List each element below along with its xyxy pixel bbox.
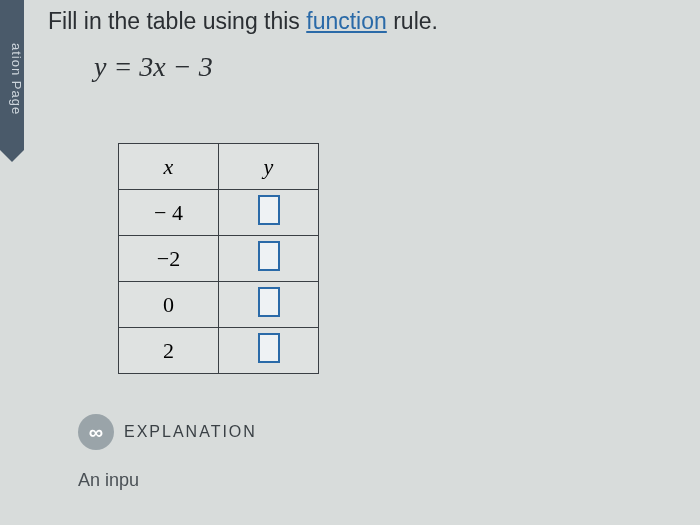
side-tab[interactable]: ation Page [0,0,24,150]
table-row: − 4 [119,190,319,236]
question-content: Fill in the table using this function ru… [32,0,700,499]
col-header-y: y [219,144,319,190]
explanation-toggle[interactable]: ∞ EXPLANATION [78,414,684,450]
y-cell [219,236,319,282]
explanation-label: EXPLANATION [124,423,257,441]
instruction-text: Fill in the table using this function ru… [48,8,684,35]
x-cell: −2 [119,236,219,282]
y-cell [219,282,319,328]
x-cell: − 4 [119,190,219,236]
y-input[interactable] [258,241,280,271]
y-cell [219,328,319,374]
table-row: 2 [119,328,319,374]
y-input[interactable] [258,287,280,317]
x-cell: 2 [119,328,219,374]
table-row: 0 [119,282,319,328]
instruction-pre: Fill in the table using this [48,8,306,34]
x-cell: 0 [119,282,219,328]
col-header-x: x [119,144,219,190]
y-input[interactable] [258,333,280,363]
function-link[interactable]: function [306,8,387,34]
table-row: −2 [119,236,319,282]
y-cell [219,190,319,236]
function-rule-equation: y = 3x − 3 [94,51,684,83]
instruction-post: rule. [387,8,438,34]
infinity-icon: ∞ [78,414,114,450]
cutoff-text: An inpu [78,470,684,491]
y-input[interactable] [258,195,280,225]
function-table: x y − 4 −2 0 2 [118,143,319,374]
table-header-row: x y [119,144,319,190]
